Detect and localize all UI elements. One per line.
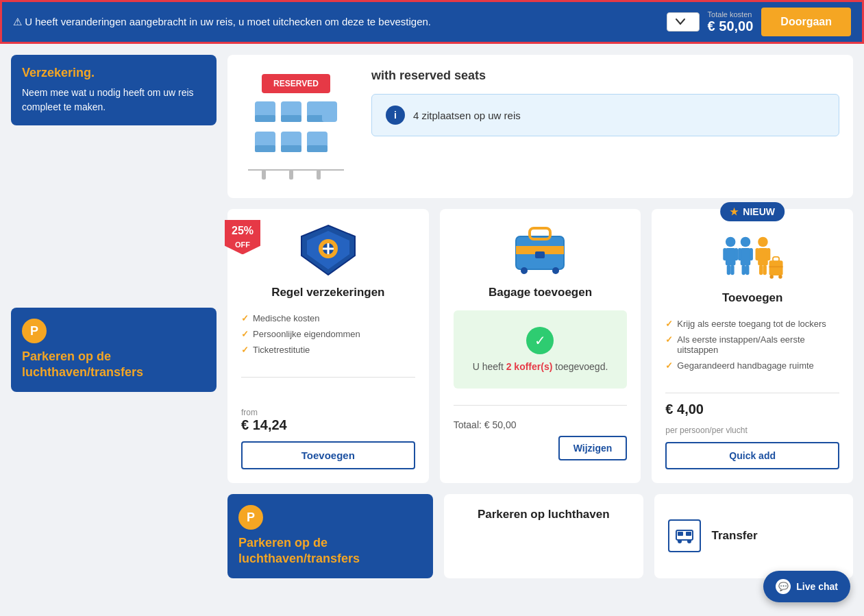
svg-rect-49 (763, 265, 767, 275)
insurance-title: Regel verzekeringen (271, 286, 384, 299)
seats-section: RESERVED (227, 55, 853, 198)
live-chat-label: Live chat (796, 581, 838, 592)
svg-rect-46 (756, 248, 759, 260)
parkeren-card: Parkeren op luchthaven (444, 494, 643, 578)
svg-point-44 (758, 237, 768, 247)
main-content: Verzekering. Neem mee wat u nodig heeft … (0, 44, 864, 589)
sidebar-parking-card: P Parkeren op de luchthaven/transfers (11, 308, 217, 392)
info-icon: i (386, 106, 405, 125)
discount-badge: 25% OFF (225, 220, 260, 254)
parking-title: Parkeren op de luchthaven/transfers (22, 349, 206, 381)
insurance-features: ✓Medische kosten ✓Persoonlijke eigendomm… (241, 310, 415, 358)
svg-point-38 (741, 237, 751, 247)
seats-right: with reserved seats i 4 zitplaatsen op u… (371, 69, 839, 136)
toevoegen-card: ★ NIEUW (652, 209, 853, 483)
discount-percent: 25% (232, 225, 254, 236)
seats-info-box: i 4 zitplaatsen op uw reis (371, 94, 839, 136)
svg-rect-40 (738, 248, 741, 260)
svg-rect-37 (730, 265, 734, 275)
bagage-card: Bagage toevoegen ✓ U heeft 2 koffer(s) t… (440, 209, 641, 483)
bagage-totaal: Totaal: € 50,00 (454, 419, 517, 430)
toevoegen-icon (718, 228, 787, 283)
insurance-price-from: from (241, 408, 258, 417)
total-amount: € 50,00 (708, 19, 754, 34)
svg-rect-43 (745, 265, 749, 275)
insurance-toevoegen-button[interactable]: Toevoegen (241, 441, 415, 469)
svg-rect-35 (735, 248, 738, 260)
svg-point-59 (687, 539, 691, 543)
svg-point-32 (726, 237, 736, 247)
doorgaan-button[interactable]: Doorgaan (761, 8, 851, 36)
svg-rect-18 (317, 170, 321, 180)
toevoegen-features: ✓Krijg als eerste toegang tot de lockers… (665, 316, 839, 373)
svg-rect-3 (255, 115, 275, 122)
parking-letter-badge: P (22, 319, 47, 343)
bagage-added-section: ✓ U heeft 2 koffer(s) toegevoegd. (454, 310, 628, 389)
svg-point-29 (521, 267, 528, 274)
svg-rect-36 (727, 265, 730, 275)
alert-dropdown[interactable] (667, 12, 700, 32)
transfer-title: Transfer (712, 529, 758, 543)
parkeren-title: Parkeren op luchthaven (478, 508, 610, 521)
svg-rect-47 (767, 248, 770, 260)
sidebar-insurance-title: Verzekering. (22, 66, 206, 80)
green-check-icon: ✓ (526, 327, 554, 354)
quick-add-button[interactable]: Quick add (665, 442, 839, 469)
svg-rect-12 (281, 145, 301, 152)
product-grid: 25% OFF Regel verzekeringen ✓Medisch (227, 209, 853, 483)
sidebar-insurance-card: Verzekering. Neem mee wat u nodig heeft … (11, 55, 217, 125)
nieuw-badge: ★ NIEUW (720, 202, 785, 221)
toevoegen-title: Toevoegen (722, 291, 782, 305)
alert-message: ⚠ U heeft veranderingen aangebracht in u… (13, 16, 658, 28)
total-label: Totale kosten (708, 10, 752, 19)
svg-point-58 (678, 539, 682, 543)
left-sidebar: Verzekering. Neem mee wat u nodig heeft … (11, 55, 217, 578)
insurance-card: 25% OFF Regel verzekeringen ✓Medisch (227, 209, 429, 483)
bottom-grid: P Parkeren op de luchthaven/transfers Pa… (227, 494, 853, 578)
svg-point-54 (778, 275, 782, 278)
price-per-person: per persoon/per vlucht (665, 426, 747, 435)
toevoegen-price: € 4,00 (665, 402, 704, 417)
svg-rect-48 (759, 265, 763, 275)
transfer-card: Transfer (654, 494, 854, 578)
bottom-parking-card: P Parkeren op de luchthaven/transfers (227, 494, 433, 578)
seats-title: with reserved seats (371, 69, 839, 83)
chat-bubble-icon: 💬 (776, 579, 791, 594)
live-chat-button[interactable]: 💬 Live chat (763, 571, 850, 602)
seats-info-text: 4 zitplaatsen op uw reis (413, 110, 521, 121)
svg-rect-42 (742, 265, 745, 275)
svg-rect-39 (741, 248, 751, 265)
bagage-added-text: U heeft 2 koffer(s) toegevoegd. (473, 361, 608, 372)
svg-rect-5 (281, 115, 301, 122)
insurance-price: € 14,24 (241, 417, 287, 433)
cost-box: Totale kosten € 50,00 (708, 10, 754, 34)
svg-rect-57 (686, 532, 691, 536)
feature-personal: ✓Persoonlijke eigendommen (241, 326, 415, 342)
bagage-title: Bagage toevoegen (489, 286, 592, 299)
transfer-bus-icon (668, 519, 701, 552)
bagage-icon (506, 223, 574, 278)
feature-handbagage: ✓Gegarandeerd handbagage ruimte (665, 358, 839, 373)
bagage-wijzigen-button[interactable]: Wijzigen (558, 436, 628, 460)
svg-rect-8 (322, 101, 337, 122)
seats-image: RESERVED (241, 69, 358, 184)
discount-off-label: OFF (235, 241, 250, 249)
bottom-parking-badge: P (238, 505, 263, 530)
svg-rect-41 (750, 248, 753, 260)
sidebar-insurance-text: Neem mee wat u nodig heeft om uw reis co… (22, 86, 206, 114)
svg-rect-10 (255, 145, 275, 152)
svg-rect-31 (535, 251, 545, 258)
feature-lockers: ✓Krijg als eerste toegang tot de lockers (665, 316, 839, 332)
svg-text:RESERVED: RESERVED (273, 79, 319, 88)
feature-medical: ✓Medische kosten (241, 310, 415, 326)
nieuw-label: NIEUW (743, 206, 775, 217)
feature-instappen: ✓Als eerste instappen/Aals eerste uitsta… (665, 332, 839, 358)
feature-ticket: ✓Ticketrestitutie (241, 342, 415, 358)
svg-rect-45 (758, 248, 768, 265)
insurance-icon (294, 223, 362, 278)
svg-rect-16 (262, 170, 266, 180)
svg-point-30 (552, 267, 559, 274)
svg-rect-14 (307, 145, 328, 152)
star-icon: ★ (730, 206, 739, 217)
svg-rect-34 (723, 248, 726, 260)
